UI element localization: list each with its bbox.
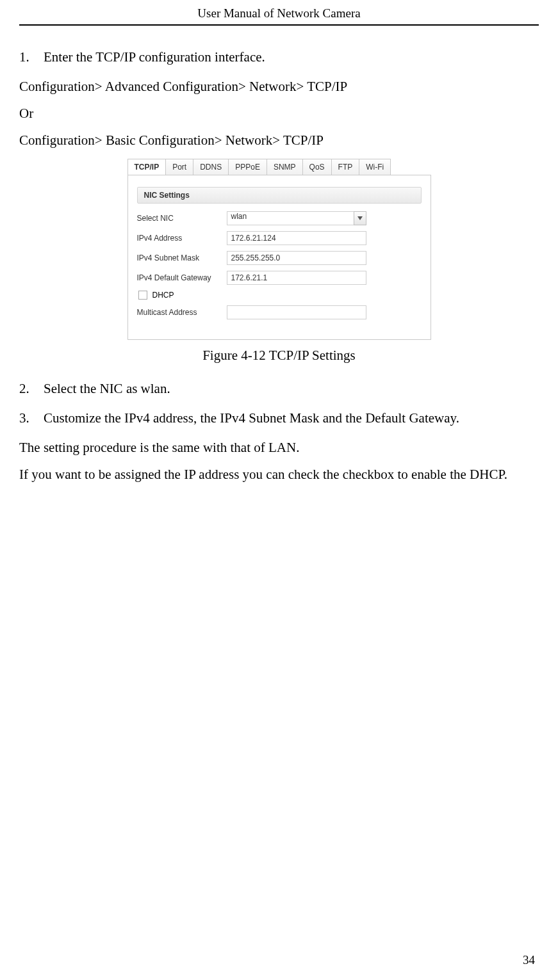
dropdown-button[interactable] — [354, 211, 366, 225]
paragraph-same-procedure: The setting procedure is the same with t… — [19, 434, 539, 461]
settings-panel: NIC Settings Select NIC wlan IPv4 Addres… — [127, 175, 431, 340]
tab-tcpip[interactable]: TCP/IP — [127, 159, 167, 175]
page-header: User Manual of Network Camera — [19, 6, 539, 26]
step-2: 2. Select the NIC as wlan. — [19, 375, 539, 402]
input-ipv4-address[interactable] — [227, 231, 366, 245]
input-ipv4-mask[interactable] — [227, 251, 366, 265]
label-select-nic: Select NIC — [137, 214, 227, 223]
label-ipv4-mask: IPv4 Subnet Mask — [137, 253, 227, 262]
step-2-text: Select the NIC as wlan. — [44, 375, 170, 402]
tab-bar: TCP/IP Port DDNS PPPoE SNMP QoS FTP Wi-F… — [127, 159, 431, 175]
or-text: Or — [19, 100, 539, 127]
select-nic-dropdown[interactable]: wlan — [227, 211, 366, 225]
row-ipv4-mask: IPv4 Subnet Mask — [137, 251, 422, 265]
step-3: 3. Customize the IPv4 address, the IPv4 … — [19, 405, 539, 431]
step-3-number: 3. — [19, 405, 32, 431]
tab-qos[interactable]: QoS — [302, 159, 332, 175]
figure-screenshot: TCP/IP Port DDNS PPPoE SNMP QoS FTP Wi-F… — [127, 159, 431, 340]
page-number: 34 — [523, 953, 535, 967]
row-ipv4-address: IPv4 Address — [137, 231, 422, 245]
body-content-2: 2. Select the NIC as wlan. 3. Customize … — [19, 375, 539, 488]
chevron-down-icon — [357, 216, 363, 220]
tab-pppoe[interactable]: PPPoE — [228, 159, 267, 175]
nav-path-1: Configuration> Advanced Configuration> N… — [19, 73, 539, 100]
input-ipv4-gateway[interactable] — [227, 271, 366, 285]
checkbox-dhcp[interactable] — [138, 291, 147, 300]
step-1: 1. Enter the TCP/IP configuration interf… — [19, 44, 539, 70]
step-3-text: Customize the IPv4 address, the IPv4 Sub… — [44, 405, 459, 431]
tab-port[interactable]: Port — [165, 159, 193, 175]
step-1-text: Enter the TCP/IP configuration interface… — [44, 44, 265, 70]
tab-ftp[interactable]: FTP — [331, 159, 360, 175]
select-nic-value: wlan — [227, 211, 354, 225]
label-multicast: Multicast Address — [137, 308, 227, 317]
tab-snmp[interactable]: SNMP — [267, 159, 303, 175]
figure-caption: Figure 4-12 TCP/IP Settings — [19, 348, 539, 364]
tab-wifi[interactable]: Wi-Fi — [359, 159, 391, 175]
row-ipv4-gateway: IPv4 Default Gateway — [137, 271, 422, 285]
section-title: NIC Settings — [137, 187, 422, 204]
label-ipv4-gateway: IPv4 Default Gateway — [137, 273, 227, 282]
row-multicast: Multicast Address — [137, 305, 422, 319]
label-ipv4-address: IPv4 Address — [137, 234, 227, 243]
input-multicast[interactable] — [227, 305, 366, 319]
row-select-nic: Select NIC wlan — [137, 211, 422, 225]
paragraph-dhcp: If you want to be assigned the IP addres… — [19, 461, 539, 488]
row-dhcp: DHCP — [137, 291, 422, 300]
tab-ddns[interactable]: DDNS — [193, 159, 229, 175]
step-1-number: 1. — [19, 44, 32, 70]
body-content: 1. Enter the TCP/IP configuration interf… — [19, 44, 539, 154]
nav-path-2: Configuration> Basic Configuration> Netw… — [19, 127, 539, 154]
step-2-number: 2. — [19, 375, 32, 402]
label-dhcp: DHCP — [152, 291, 174, 300]
